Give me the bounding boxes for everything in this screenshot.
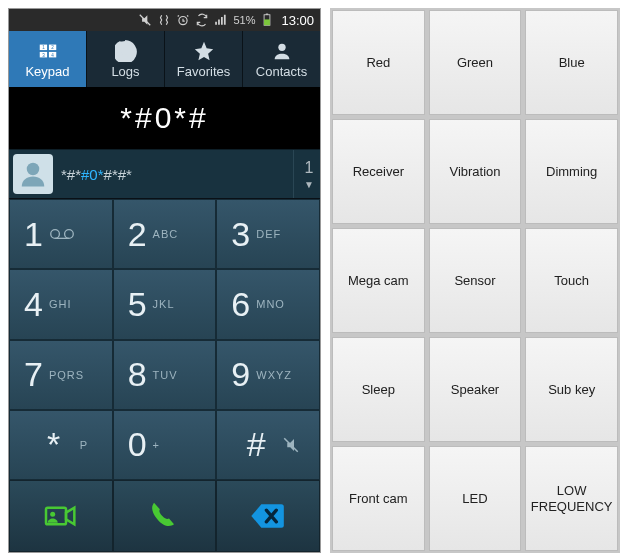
key-3[interactable]: 3DEF xyxy=(216,199,320,269)
dialer-tabs: 1234 Keypad Logs Favorites Contacts xyxy=(9,31,320,87)
key-letters: TUV xyxy=(153,369,178,381)
video-call-button[interactable] xyxy=(9,480,113,552)
key-letters: PQRS xyxy=(49,369,84,381)
svg-point-14 xyxy=(27,163,40,176)
hardware-test-grid: Red Green Blue Receiver Vibration Dimmin… xyxy=(330,8,620,553)
key-hash[interactable]: # xyxy=(216,410,320,480)
svg-point-16 xyxy=(65,230,74,239)
test-button-sensor[interactable]: Sensor xyxy=(429,228,522,333)
svg-rect-4 xyxy=(266,14,268,15)
key-letters: JKL xyxy=(153,298,175,310)
suggestion-suffix: #*#* xyxy=(104,166,132,183)
chevron-down-icon: ▼ xyxy=(304,179,314,190)
key-letters: + xyxy=(153,439,160,451)
key-letters: P xyxy=(80,439,88,451)
key-letters: MNO xyxy=(256,298,285,310)
logs-icon xyxy=(115,40,137,62)
suggestion-highlight: #0* xyxy=(81,166,104,183)
suggestion-text: *#*#0*#*#* xyxy=(61,166,285,183)
test-button-led[interactable]: LED xyxy=(429,446,522,551)
tab-label: Contacts xyxy=(256,64,307,79)
tab-label: Keypad xyxy=(25,64,69,79)
key-digit: 3 xyxy=(231,215,250,254)
svg-line-0 xyxy=(140,15,151,26)
key-digit: 1 xyxy=(24,215,43,254)
test-button-blue[interactable]: Blue xyxy=(525,10,618,115)
test-button-touch[interactable]: Touch xyxy=(525,228,618,333)
backspace-button[interactable] xyxy=(216,480,320,552)
star-icon xyxy=(193,40,215,62)
key-9[interactable]: 9WXYZ xyxy=(216,340,320,410)
avatar-icon xyxy=(18,159,48,189)
key-digit: 7 xyxy=(24,355,43,394)
key-digit: 2 xyxy=(128,215,147,254)
key-4[interactable]: 4GHI xyxy=(9,269,113,339)
key-letters: WXYZ xyxy=(256,369,292,381)
vibrate-icon xyxy=(157,13,171,27)
backspace-icon xyxy=(248,496,288,536)
test-button-dimming[interactable]: Dimming xyxy=(525,119,618,224)
key-letters: ABC xyxy=(153,228,179,240)
svg-point-20 xyxy=(50,512,55,517)
key-digit: * xyxy=(34,425,74,464)
phone-icon xyxy=(144,496,184,536)
test-button-speaker[interactable]: Speaker xyxy=(429,337,522,442)
key-7[interactable]: 7PQRS xyxy=(9,340,113,410)
call-action-row xyxy=(9,480,320,552)
mute-icon xyxy=(138,13,152,27)
keypad: 1 2ABC 3DEF 4GHI 5JKL 6MNO 7PQRS 8TUV 9W… xyxy=(9,199,320,480)
test-button-sleep[interactable]: Sleep xyxy=(332,337,425,442)
svg-line-18 xyxy=(284,438,298,452)
test-button-sub-key[interactable]: Sub key xyxy=(525,337,618,442)
dialed-number: *#0*# xyxy=(9,87,320,149)
battery-icon xyxy=(260,13,274,27)
key-6[interactable]: 6MNO xyxy=(216,269,320,339)
svg-point-13 xyxy=(278,43,285,50)
key-0[interactable]: 0+ xyxy=(113,410,217,480)
tab-contacts[interactable]: Contacts xyxy=(242,31,320,87)
phone-dialer-screen: 51% 13:00 1234 Keypad Logs Favorites Con… xyxy=(8,8,321,553)
test-button-vibration[interactable]: Vibration xyxy=(429,119,522,224)
test-button-mega-cam[interactable]: Mega cam xyxy=(332,228,425,333)
key-5[interactable]: 5JKL xyxy=(113,269,217,339)
suggestion-prefix: *#* xyxy=(61,166,81,183)
alarm-icon xyxy=(176,13,190,27)
key-digit: 9 xyxy=(231,355,250,394)
video-call-icon xyxy=(41,496,81,536)
avatar xyxy=(13,154,53,194)
key-star[interactable]: *P xyxy=(9,410,113,480)
status-time: 13:00 xyxy=(281,13,314,28)
key-letters: GHI xyxy=(49,298,72,310)
keypad-icon: 1234 xyxy=(37,40,59,62)
test-button-green[interactable]: Green xyxy=(429,10,522,115)
suggestion-expand[interactable]: 1 ▼ xyxy=(293,150,314,198)
person-icon xyxy=(271,40,293,62)
mute-key-icon xyxy=(282,436,300,454)
key-digit: 0 xyxy=(128,425,147,464)
contact-suggestion[interactable]: *#*#0*#*#* 1 ▼ xyxy=(9,149,320,199)
key-8[interactable]: 8TUV xyxy=(113,340,217,410)
tab-keypad[interactable]: 1234 Keypad xyxy=(9,31,86,87)
tab-label: Favorites xyxy=(177,64,230,79)
status-bar: 51% 13:00 xyxy=(9,9,320,31)
key-digit: 6 xyxy=(231,285,250,324)
key-digit: 4 xyxy=(24,285,43,324)
test-button-front-cam[interactable]: Front cam xyxy=(332,446,425,551)
key-1[interactable]: 1 xyxy=(9,199,113,269)
test-button-red[interactable]: Red xyxy=(332,10,425,115)
call-button[interactable] xyxy=(113,480,217,552)
key-digit: # xyxy=(236,425,276,464)
svg-point-15 xyxy=(51,230,60,239)
key-digit: 8 xyxy=(128,355,147,394)
test-button-receiver[interactable]: Receiver xyxy=(332,119,425,224)
key-2[interactable]: 2ABC xyxy=(113,199,217,269)
tab-logs[interactable]: Logs xyxy=(86,31,164,87)
suggestion-count: 1 xyxy=(305,159,314,177)
sync-icon xyxy=(195,13,209,27)
key-letters: DEF xyxy=(256,228,281,240)
test-button-low-frequency[interactable]: LOW FREQUENCY xyxy=(525,446,618,551)
tab-favorites[interactable]: Favorites xyxy=(164,31,242,87)
battery-percent: 51% xyxy=(233,14,255,26)
signal-icon xyxy=(214,13,228,27)
svg-rect-3 xyxy=(265,19,271,25)
